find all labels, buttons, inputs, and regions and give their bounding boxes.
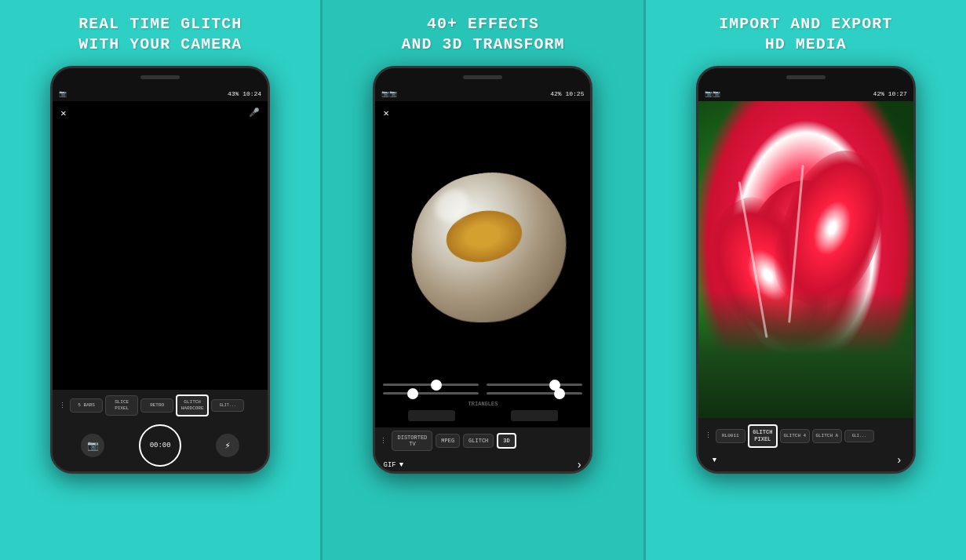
phone-screen-middle: ✕ <box>375 101 590 474</box>
phone-controls-left: ⋮ 5 BARS SLICEPIXEL RETRO GLITCHHARDCORE… <box>53 390 268 474</box>
panel-right: IMPORT AND EXPORT HD MEDIA 📷📷 42% 10:27 … <box>646 0 966 560</box>
gif-bar: GIF ▼ › <box>375 454 590 474</box>
phone-top-bar-middle <box>375 68 590 85</box>
right-controls: ⋮ RL0011 GLITCHPIXEL GLITCH 4 GLITCH A G… <box>698 418 913 474</box>
phone-speaker-right <box>786 75 826 79</box>
dots-menu-middle[interactable]: ⋮ <box>378 437 388 445</box>
panel-title-middle: 40+ EFFECTS AND 3D TRANSFORM <box>401 14 564 55</box>
status-bar-middle: 📷📷 42% 10:25 <box>375 85 590 101</box>
flash-icon[interactable]: ⚡ <box>216 434 239 457</box>
effect-3d[interactable]: 3D <box>497 433 516 449</box>
phone-middle: 📷📷 42% 10:25 ✕ <box>373 66 592 474</box>
record-button[interactable]: 00:00 <box>139 424 181 467</box>
effect-glitch[interactable]: GLITCH <box>463 434 494 448</box>
status-bar-left: 📷 43% 10:24 <box>53 85 268 101</box>
next-arrow-right[interactable]: › <box>895 454 902 467</box>
phone-top-bar-right <box>698 68 913 85</box>
slider-row-1 <box>383 384 582 386</box>
effect-rl0011[interactable]: RL0011 <box>716 429 745 443</box>
effect-badge-2 <box>511 410 558 421</box>
next-arrow[interactable]: › <box>576 459 582 471</box>
panel-title-right: IMPORT AND EXPORT HD MEDIA <box>719 14 892 55</box>
slider-track-3[interactable] <box>383 392 479 395</box>
camera-icon[interactable]: 📷 <box>81 434 104 457</box>
sliders-section: TRIANGLES <box>375 377 590 427</box>
phone-speaker <box>140 75 180 79</box>
panel-title-left: REAL TIME GLITCH WITH YOUR CAMERA <box>78 14 242 55</box>
effects-strip-right: ⋮ RL0011 GLITCHPIXEL GLITCH 4 GLITCH A G… <box>702 423 910 449</box>
3d-screen: ✕ <box>375 101 590 377</box>
phone-screen-right: ✕ ⋮ RL0011 GLITCHPIXEL <box>698 101 913 474</box>
chevron-down-icon-right: ▼ <box>713 456 716 464</box>
effect-gli[interactable]: GLI... <box>844 430 874 443</box>
slider-thumb-4[interactable] <box>554 388 565 399</box>
close-btn-middle[interactable]: ✕ <box>383 107 388 119</box>
phone-right: 📷📷 42% 10:27 ✕ <box>696 66 916 474</box>
chevron-down-icon: ▼ <box>399 461 403 469</box>
effect-glitch-a[interactable]: GLITCH A <box>812 429 842 443</box>
action-bar-left: 📷 00:00 ⚡ <box>56 420 264 471</box>
3d-object-body <box>405 161 578 322</box>
panel-left: REAL TIME GLITCH WITH YOUR CAMERA 📷 43% … <box>0 0 320 560</box>
gif-select[interactable]: GIF ▼ <box>383 461 403 469</box>
effects-strip-middle: ⋮ DISTORTEDTV MPEG GLITCH 3D <box>375 427 590 454</box>
effect-retro[interactable]: RETRO <box>140 398 173 413</box>
effect-glitch-hardcore[interactable]: GLITCHHARDCORE <box>176 395 209 416</box>
dots-menu-right[interactable]: ⋮ <box>703 431 713 440</box>
right-bottom-bar: ▼ › <box>702 449 910 471</box>
effect-bars[interactable]: 5 BARS <box>70 398 103 413</box>
panel-middle: 40+ EFFECTS AND 3D TRANSFORM 📷📷 42% 10:2… <box>320 0 645 560</box>
slider-thumb-3[interactable] <box>407 388 418 399</box>
flower-image <box>698 101 913 418</box>
export-select[interactable]: ▼ <box>709 456 716 464</box>
effect-mpeg[interactable]: MPEG <box>436 434 460 448</box>
effects-strip-left: ⋮ 5 BARS SLICEPIXEL RETRO GLITCHHARDCORE… <box>56 395 264 416</box>
flower-screen: ✕ <box>698 101 913 418</box>
close-btn-left[interactable]: ✕ <box>60 107 66 119</box>
slider-track-1[interactable] <box>383 384 479 386</box>
dots-menu-left[interactable]: ⋮ <box>57 402 67 410</box>
effect-slice-pixel[interactable]: SLICEPIXEL <box>105 395 138 416</box>
effect-glitch-sim[interactable]: GLIT... <box>211 399 244 413</box>
phone-top-bar-left <box>53 68 268 85</box>
flower-bottom <box>698 291 913 418</box>
slider-track-2[interactable] <box>487 384 582 386</box>
camera-view: ✕ 🎤 <box>53 101 268 390</box>
effect-badge-1 <box>408 410 455 421</box>
phone-speaker-mid <box>463 75 502 79</box>
effect-glitch-pixel[interactable]: GLITCHPIXEL <box>748 424 778 448</box>
effect-glitch-4[interactable]: GLITCH 4 <box>780 429 810 443</box>
phone-left: 📷 43% 10:24 ✕ 🎤 <box>50 66 270 474</box>
slider-row-2 <box>383 392 582 395</box>
slider-thumb-1[interactable] <box>431 380 442 391</box>
3d-object <box>404 161 561 318</box>
status-bar-right: 📷📷 42% 10:27 <box>698 85 913 101</box>
effect-distorted-tv[interactable]: DISTORTEDTV <box>392 431 432 451</box>
phone-screen-left: ✕ 🎤 ⋮ <box>53 101 268 474</box>
slider-track-4[interactable] <box>487 392 582 395</box>
effect-name-label: TRIANGLES <box>383 401 582 407</box>
effect-name-badges <box>383 410 582 421</box>
mic-icon: 🎤 <box>249 107 260 118</box>
